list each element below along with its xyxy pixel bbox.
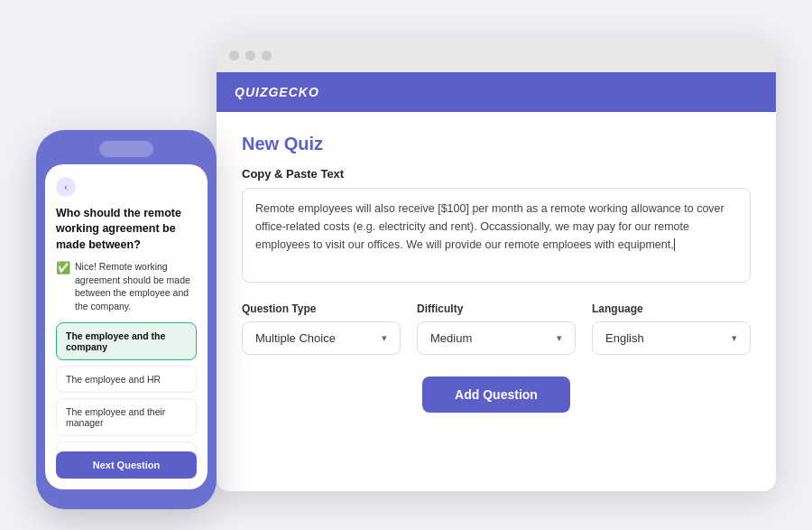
add-question-button[interactable]: Add Question	[422, 377, 570, 413]
copy-paste-label: Copy & Paste Text	[242, 167, 751, 181]
difficulty-dropdown[interactable]: Medium ▾	[417, 321, 576, 355]
check-icon: ✅	[56, 261, 70, 274]
option-1[interactable]: The employee and the company	[56, 322, 197, 360]
browser-window: QUIZGECKO New Quiz Copy & Paste Text Rem…	[217, 40, 776, 491]
browser-navbar: QUIZGECKO	[217, 72, 776, 112]
language-group: Language English ▾	[592, 302, 751, 355]
text-area-box[interactable]: Remote employees will also receive [$100…	[242, 188, 751, 283]
page-title: New Quiz	[242, 134, 751, 154]
answer-feedback: ✅ Nice! Remote working agreement should …	[56, 260, 197, 313]
textarea-content: Remote employees will also receive [$100…	[255, 202, 724, 251]
question-type-value: Multiple Choice	[255, 331, 336, 345]
language-dropdown[interactable]: English ▾	[592, 321, 751, 355]
chevron-down-icon: ▾	[382, 332, 387, 344]
phone-question: Who should the remote working agreement …	[56, 206, 197, 254]
language-value: English	[605, 331, 644, 345]
difficulty-label: Difficulty	[417, 302, 576, 315]
option-2[interactable]: The employee and HR	[56, 366, 197, 393]
browser-dot-2	[245, 51, 255, 60]
difficulty-value: Medium	[430, 331, 472, 345]
browser-dot-3	[262, 51, 272, 60]
next-question-button[interactable]: Next Question	[56, 451, 197, 479]
option-3[interactable]: The employee and their manager	[56, 398, 197, 436]
question-type-dropdown[interactable]: Multiple Choice ▾	[242, 321, 401, 355]
language-label: Language	[592, 302, 751, 315]
brand-logo: QUIZGECKO	[235, 85, 319, 99]
difficulty-group: Difficulty Medium ▾	[417, 302, 576, 355]
phone-notch	[99, 141, 153, 157]
chevron-down-icon: ▾	[557, 332, 562, 344]
mobile-phone: ‹ Who should the remote working agreemen…	[36, 130, 217, 509]
back-button[interactable]: ‹	[56, 177, 76, 197]
question-type-label: Question Type	[242, 302, 401, 315]
question-type-group: Question Type Multiple Choice ▾	[242, 302, 401, 355]
chevron-down-icon: ▾	[732, 332, 737, 344]
text-cursor	[674, 238, 675, 251]
phone-screen: ‹ Who should the remote working agreemen…	[45, 164, 208, 489]
back-icon: ‹	[64, 181, 68, 192]
selectors-row: Question Type Multiple Choice ▾ Difficul…	[242, 302, 751, 355]
browser-content: New Quiz Copy & Paste Text Remote employ…	[217, 112, 776, 434]
browser-titlebar	[217, 40, 776, 72]
browser-dot-1	[229, 51, 239, 60]
feedback-text: Nice! Remote working agreement should be…	[75, 260, 197, 313]
